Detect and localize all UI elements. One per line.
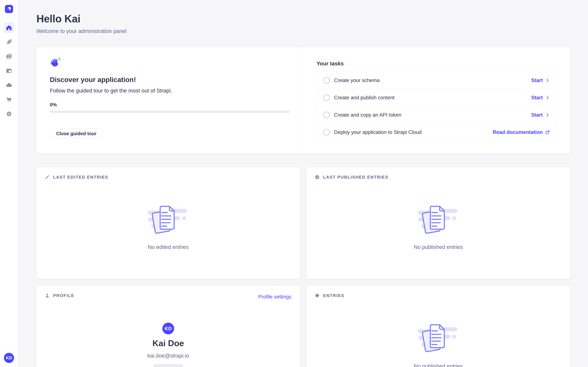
- tour-progress-label: 0%: [50, 102, 57, 108]
- close-guided-tour-button[interactable]: Close guided tour: [50, 129, 103, 139]
- media-library-icon: [6, 53, 12, 60]
- empty-documents-illustration: [418, 203, 459, 239]
- sidebar-item-content-manager[interactable]: [4, 37, 14, 47]
- marketplace-cart-icon: [6, 96, 12, 103]
- tour-subtitle: Follow the guided tour to get the most o…: [50, 88, 172, 94]
- empty-documents-illustration: [418, 322, 459, 358]
- empty-state-text: No published entries: [306, 244, 570, 250]
- sidebar-item-cloud[interactable]: [4, 80, 14, 90]
- task-label: Create your schema: [334, 77, 380, 83]
- sidebar-item-marketplace[interactable]: [4, 94, 14, 105]
- task-action-label: Start: [531, 112, 543, 118]
- task-action-label: Start: [531, 95, 543, 101]
- task-start-link[interactable]: Start: [531, 95, 550, 101]
- task-label: Create and copy an API token: [334, 112, 401, 118]
- empty-state-text: No published entries: [306, 363, 570, 367]
- waving-hand-icon: [50, 57, 61, 68]
- sidebar-item-home[interactable]: [4, 22, 14, 33]
- task-status-circle-icon: [323, 94, 330, 101]
- profile-email: kai.doe@strapi.io: [36, 353, 300, 359]
- check-circle-icon: [315, 175, 320, 180]
- puzzle-icon: [315, 293, 320, 298]
- profile-settings-link[interactable]: Profile settings: [258, 294, 291, 300]
- tasks-title: Your tasks: [317, 60, 344, 67]
- task-status-circle-icon: [323, 129, 330, 135]
- task-row: Create and copy an API token Start: [317, 107, 556, 124]
- empty-documents-illustration: [147, 203, 189, 239]
- settings-gear-icon: [6, 110, 12, 117]
- tour-progress-bar: [50, 111, 290, 113]
- profile-role-badge: [153, 364, 183, 367]
- widget-header: PROFILE: [45, 293, 74, 298]
- strapi-admin-dashboard: KD Hello Kai Welcome to your administrat…: [0, 0, 588, 367]
- widget-title: PROFILE: [53, 293, 74, 298]
- person-icon: [45, 293, 50, 298]
- content-type-builder-icon: [6, 67, 12, 74]
- chevron-right-icon: [545, 78, 550, 83]
- widget-header: LAST PUBLISHED ENTRIES: [315, 175, 389, 180]
- chevron-right-icon: [545, 113, 550, 117]
- task-label: Deploy your application to Strapi Cloud: [334, 129, 422, 135]
- content-manager-feather-icon: [6, 39, 12, 45]
- tour-tasks-divider: [303, 47, 303, 153]
- strapi-logo[interactable]: [5, 5, 13, 13]
- last-edited-entries-card: LAST EDITED ENTRIES No edited ent: [36, 167, 300, 279]
- task-read-documentation-link[interactable]: Read documentation: [493, 129, 550, 135]
- profile-card: PROFILE Profile settings KD Kai Doe kai.…: [36, 286, 300, 367]
- task-status-circle-icon: [323, 112, 330, 118]
- task-label: Create and publish content: [334, 95, 395, 101]
- page-subtitle: Welcome to your administration panel: [36, 28, 127, 34]
- task-status-circle-icon: [323, 77, 330, 84]
- sidebar-item-media-library[interactable]: [4, 51, 14, 62]
- task-start-link[interactable]: Start: [531, 112, 550, 118]
- widget-title: LAST PUBLISHED ENTRIES: [323, 175, 389, 180]
- task-row: Deploy your application to Strapi Cloud …: [317, 124, 556, 141]
- profile-name: Kai Doe: [36, 338, 300, 348]
- page-title: Hello Kai: [36, 13, 80, 25]
- entries-card: ENTRIES No published entries: [306, 286, 570, 367]
- sidebar-user-avatar[interactable]: KD: [4, 353, 14, 363]
- task-row: Create your schema Start: [317, 72, 556, 89]
- widget-title: LAST EDITED ENTRIES: [53, 175, 108, 180]
- home-icon: [6, 24, 12, 31]
- last-published-entries-card: LAST PUBLISHED ENTRIES No publish: [306, 167, 570, 279]
- sidebar-item-content-type-builder[interactable]: [4, 66, 14, 76]
- widget-header: ENTRIES: [315, 293, 344, 298]
- strapi-logo-icon: [5, 5, 13, 13]
- external-link-icon: [545, 130, 550, 135]
- widget-header: LAST EDITED ENTRIES: [45, 175, 108, 180]
- tasks-list: Create your schema Start Create and publ…: [317, 72, 557, 141]
- sidebar-item-settings[interactable]: [4, 109, 14, 119]
- profile-avatar: KD: [162, 323, 174, 334]
- chevron-right-icon: [545, 95, 550, 100]
- empty-state-text: No edited entries: [36, 244, 300, 250]
- pencil-icon: [45, 175, 50, 180]
- task-start-link[interactable]: Start: [531, 77, 550, 83]
- sidebar: KD: [0, 0, 18, 367]
- widget-title: ENTRIES: [323, 293, 344, 298]
- task-row: Create and publish content Start: [317, 89, 556, 106]
- task-action-label: Start: [531, 77, 543, 83]
- tour-title: Discover your application!: [50, 76, 136, 84]
- guided-tour-card: Discover your application! Follow the gu…: [36, 47, 570, 153]
- task-action-label: Read documentation: [493, 129, 543, 135]
- cloud-icon: [6, 82, 12, 89]
